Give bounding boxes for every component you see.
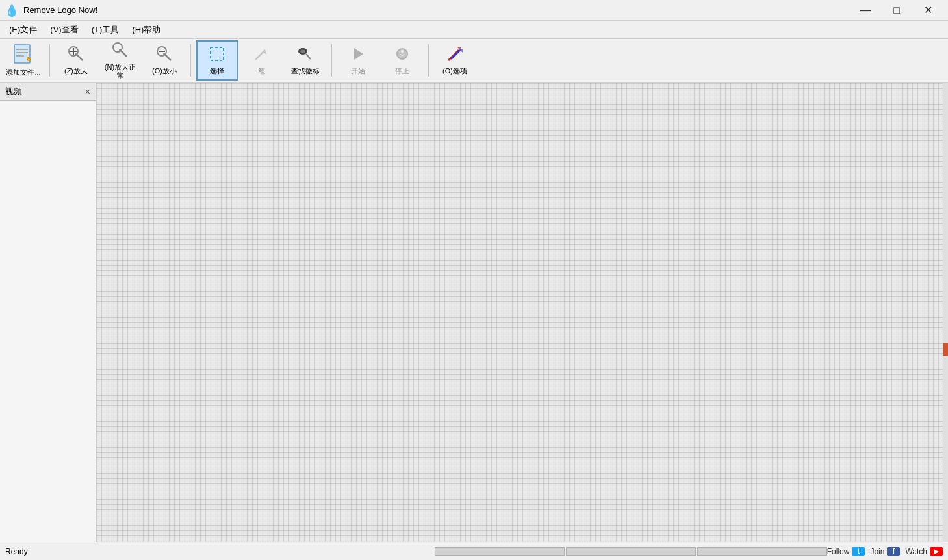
- svg-rect-17: [211, 47, 224, 60]
- toolbar-select-label: 选择: [210, 67, 224, 75]
- sidebar-title: 视频: [5, 86, 22, 97]
- toolbar: 添加文件... (Z)放大 (N)放大正常: [0, 39, 948, 83]
- toolbar-options-label: (O)选项: [442, 67, 467, 75]
- svg-point-9: [75, 53, 77, 55]
- title-bar: 💧 Remove Logo Now! — □ ✕: [0, 0, 948, 21]
- toolbar-stop-label: 停止: [395, 67, 409, 75]
- svg-point-22: [300, 50, 305, 53]
- toolbar-sep-2: [190, 44, 191, 77]
- toolbar-zoom-out-label: (O)放小: [152, 67, 177, 75]
- menu-tools[interactable]: (T)工具: [85, 21, 126, 38]
- menu-bar: (E)文件 (V)查看 (T)工具 (H)帮助: [0, 21, 948, 39]
- follow-label: Follow: [827, 547, 850, 556]
- twitter-icon: t: [852, 547, 865, 556]
- toolbar-start: 开始: [337, 40, 379, 81]
- social-watch[interactable]: Watch ▶: [905, 547, 943, 556]
- menu-help[interactable]: (H)帮助: [125, 21, 167, 38]
- social-follow[interactable]: Follow t: [827, 547, 865, 556]
- scrollbar-right[interactable]: [943, 83, 948, 542]
- canvas-area[interactable]: [96, 83, 948, 542]
- menu-file[interactable]: (E)文件: [3, 21, 44, 38]
- toolbar-sep-4: [428, 44, 429, 77]
- toolbar-sep-3: [331, 44, 332, 77]
- zoom-out-icon: [155, 45, 173, 66]
- toolbar-start-label: 开始: [351, 67, 365, 75]
- svg-rect-1: [16, 49, 28, 50]
- toolbar-select[interactable]: 选择: [196, 40, 238, 81]
- start-icon: [349, 45, 367, 66]
- svg-rect-3: [16, 55, 24, 57]
- app-title: Remove Logo Now!: [23, 5, 851, 15]
- maximize-button[interactable]: □: [882, 0, 912, 21]
- add-file-icon: [13, 44, 34, 67]
- zoom-in-icon: [67, 45, 85, 66]
- minimize-button[interactable]: —: [851, 0, 880, 21]
- find-logo-icon: [296, 45, 314, 66]
- toolbar-options[interactable]: (O)选项: [434, 40, 476, 81]
- app-icon: 💧: [5, 4, 18, 17]
- menu-view[interactable]: (V)查看: [44, 21, 84, 38]
- toolbar-sep-1: [49, 44, 50, 77]
- toolbar-pen: 笔: [240, 40, 282, 81]
- toolbar-find-logo-label: 查找徽标: [291, 67, 320, 75]
- canvas-grid: [96, 83, 948, 542]
- progress-segment-2: [566, 547, 696, 556]
- close-button[interactable]: ✕: [913, 0, 943, 21]
- toolbar-stop: 停止: [381, 40, 423, 81]
- svg-line-11: [121, 51, 127, 57]
- toolbar-add-file-label: 添加文件...: [6, 68, 40, 77]
- svg-point-27: [401, 50, 404, 53]
- select-icon: [208, 45, 226, 66]
- svg-line-8: [77, 55, 83, 60]
- sidebar: 视频 ×: [0, 83, 96, 542]
- svg-rect-2: [16, 52, 28, 53]
- options-icon: [446, 45, 464, 66]
- zoom-normal-icon: [111, 41, 129, 62]
- progress-segment-3: [697, 547, 827, 556]
- toolbar-zoom-in-label: (Z)放大: [64, 67, 88, 75]
- progress-bar: [435, 547, 827, 556]
- youtube-icon: ▶: [930, 547, 943, 556]
- social-links: Follow t Join f Watch ▶: [827, 547, 943, 556]
- toolbar-zoom-normal-label: (N)放大正常: [103, 63, 138, 80]
- svg-marker-24: [354, 48, 363, 60]
- social-join[interactable]: Join f: [870, 547, 900, 556]
- svg-line-18: [256, 50, 265, 59]
- progress-segment-1: [435, 547, 565, 556]
- svg-line-15: [165, 55, 171, 60]
- watch-label: Watch: [905, 547, 927, 556]
- toolbar-zoom-normal[interactable]: (N)放大正常: [99, 40, 141, 81]
- pen-icon: [252, 45, 270, 66]
- toolbar-zoom-in[interactable]: (Z)放大: [55, 40, 97, 81]
- stop-icon: [393, 45, 411, 66]
- toolbar-find-logo[interactable]: 查找徽标: [285, 40, 326, 81]
- sidebar-close-button[interactable]: ×: [85, 87, 90, 96]
- toolbar-add-file[interactable]: 添加文件...: [3, 40, 44, 81]
- sidebar-header: 视频 ×: [0, 83, 96, 101]
- svg-line-23: [306, 54, 311, 59]
- toolbar-pen-label: 笔: [258, 67, 265, 75]
- main-area: 视频 ×: [0, 83, 948, 542]
- join-label: Join: [870, 547, 884, 556]
- window-controls: — □ ✕: [851, 0, 943, 21]
- svg-point-16: [163, 53, 166, 55]
- svg-point-12: [119, 49, 122, 51]
- svg-line-29: [451, 50, 460, 59]
- status-text: Ready: [5, 547, 435, 556]
- status-bar: Ready Follow t Join f Watch ▶: [0, 542, 948, 560]
- toolbar-zoom-out[interactable]: (O)放小: [144, 40, 185, 81]
- scrollbar-thumb[interactable]: [943, 343, 948, 356]
- facebook-icon: f: [887, 547, 900, 556]
